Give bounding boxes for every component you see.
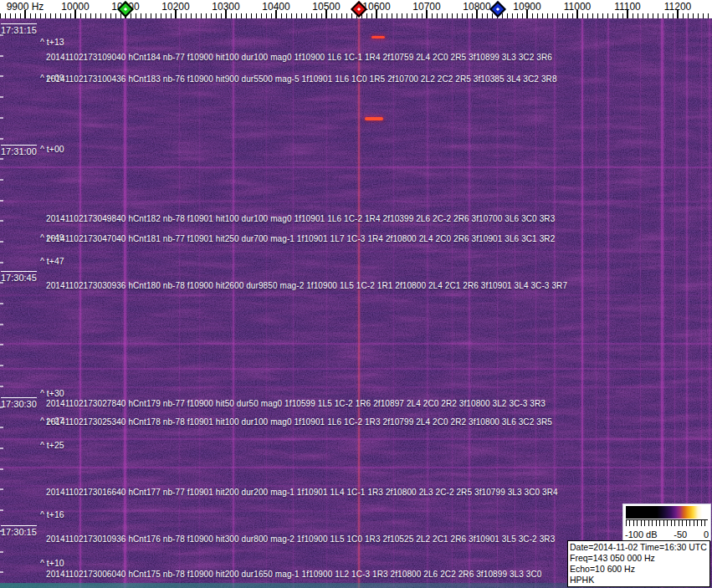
spectrogram-vertical-stripe [640,18,641,588]
left-minor-tick [0,303,3,304]
status-info-box: Date=2014-11-02 Time=16:30 UTC Freq=143 … [567,540,710,587]
event-time-marker: ^ t+25 [40,440,64,450]
event-time-marker: ^ t+10 [40,558,64,568]
left-minor-tick [0,241,3,243]
spectrogram-vertical-stripe [266,18,267,588]
spectrogram-horizontal-stripe [0,166,712,168]
detection-log-line: 20141102173049840 hCnt182 nb-78 f10901 h… [46,214,555,223]
spectrogram-horizontal-stripe [0,386,712,388]
freq-major-tick [426,10,428,18]
spectrogram-horizontal-stripe [0,510,712,512]
spectrogram-vertical-stripe [661,18,663,588]
spectrogram-noise [0,18,712,588]
detection-log-line: 20141102173025340 hCnt178 nb-78 f10901 h… [46,417,552,427]
freq-major-tick [24,10,26,18]
freq-major-tick [225,10,227,18]
spectrogram-horizontal-stripe [0,467,712,468]
spectrogram-vertical-stripe [709,18,710,588]
left-minor-tick [0,220,3,222]
spectrogram-vertical-stripe [427,18,428,588]
freq-major-tick [576,10,578,18]
left-minor-tick [0,427,3,428]
spectrogram-vertical-stripe [124,18,126,588]
spectrogram-horizontal-stripe [0,343,712,345]
detection-log-line: 20141102173109040 hCnt184 nb-77 f10900 h… [46,53,552,62]
event-time-marker: ^ t+13 [40,37,64,47]
freq-major-tick [476,10,478,18]
left-minor-tick [0,75,3,77]
spectrogram-vertical-stripe [581,18,583,588]
left-minor-tick [0,551,3,553]
db-scale-labels: -100 dB -50 0 [625,529,709,539]
time-label: 17:31:00 [1,145,37,156]
detection-log-line: 20141102173030936 hCnt180 nb-78 f10900 h… [46,281,567,290]
freq-major-tick [627,10,628,18]
left-minor-tick [0,324,3,325]
freq-major-tick [526,10,528,18]
info-echo: Echo=10 600 Hz [570,564,708,575]
spectrogram-vertical-stripe [199,18,200,588]
meteor-echo-trace [365,117,383,120]
event-time-marker: ^ t+16 [40,509,64,519]
db-color-legend: -100 dB -50 0 [623,504,710,540]
time-label: 17:30:45 [1,271,37,283]
left-minor-tick [0,488,3,490]
spectrogram-vertical-stripe [674,18,675,588]
left-minor-tick [0,200,3,202]
info-frequency: Freq=143 050 000 Hz [570,553,708,564]
detection-log-line: 20141102173047040 hCnt181 nb-77 f10901 h… [46,234,555,243]
info-date-time: Date=2014-11-02 Time=16:30 UTC [570,542,708,553]
spectrogram-vertical-stripe [469,18,470,588]
spectrogram-horizontal-stripe [0,368,712,370]
spectrogram-vertical-stripe [515,18,515,588]
left-minor-tick [0,365,3,366]
spectrogram-vertical-stripe [596,18,597,588]
meteor-echo-spectrogram-app: 9900 Hz100001010010200103001040010500106… [0,0,712,588]
spectrogram-vertical-stripe [554,18,556,588]
detection-log-line: 20141102173016640 hCnt177 nb-77 f10901 h… [46,488,558,497]
db-label-mid: -50 [674,529,687,539]
spectrogram-vertical-stripe [452,18,453,588]
left-minor-tick [0,344,3,345]
spectrogram-canvas[interactable] [0,18,712,588]
spectrogram-vertical-stripe [607,18,609,588]
spectrogram-horizontal-stripe [0,251,712,253]
left-minor-tick [0,509,3,511]
left-minor-tick [0,117,3,119]
freq-major-tick [677,10,679,18]
event-time-marker: ^ t+30 [40,388,64,398]
freq-major-tick [175,10,177,18]
db-label-max: 0 [704,529,709,539]
spectrogram-horizontal-stripe [0,485,712,487]
left-minor-tick [0,138,3,140]
db-label-min: -100 dB [625,529,658,539]
left-minor-tick [0,262,3,263]
detection-log-line: 20141102173010936 hCnt176 nb-78 f10900 h… [46,534,555,544]
left-minor-tick [0,179,3,181]
left-minor-tick [0,447,3,449]
spectrogram-horizontal-stripe [0,201,712,202]
meteor-echo-trace [371,36,385,38]
spectrogram-vertical-stripe [293,18,294,588]
spectrogram-vertical-stripe [393,18,394,588]
left-minor-tick [0,96,3,98]
spectrogram-vertical-stripe [686,18,688,588]
left-minor-tick [0,55,3,57]
spectrogram-vertical-stripe [233,18,234,588]
frequency-axis: 9900 Hz100001010010200103001040010500106… [0,0,712,18]
detection-log-line: 20141102173100436 hCnt183 nb-76 f10900 h… [46,74,557,84]
spectrogram-vertical-stripe [79,18,81,588]
left-minor-tick [0,571,3,573]
spectrogram-vertical-stripe [535,18,536,588]
time-label: 17:30:15 [1,525,37,537]
freq-major-tick [325,10,327,18]
time-label: 17:31:15 [1,23,37,35]
db-gradient-bar [626,506,708,519]
freq-major-tick [376,10,377,18]
spectrogram-vertical-stripe [179,18,180,588]
left-minor-tick [0,386,3,387]
freq-major-tick [74,10,76,18]
spectrogram-horizontal-stripe [0,438,712,440]
spectrogram-vertical-stripe [701,18,702,588]
info-station-code: HPHK [570,575,708,585]
